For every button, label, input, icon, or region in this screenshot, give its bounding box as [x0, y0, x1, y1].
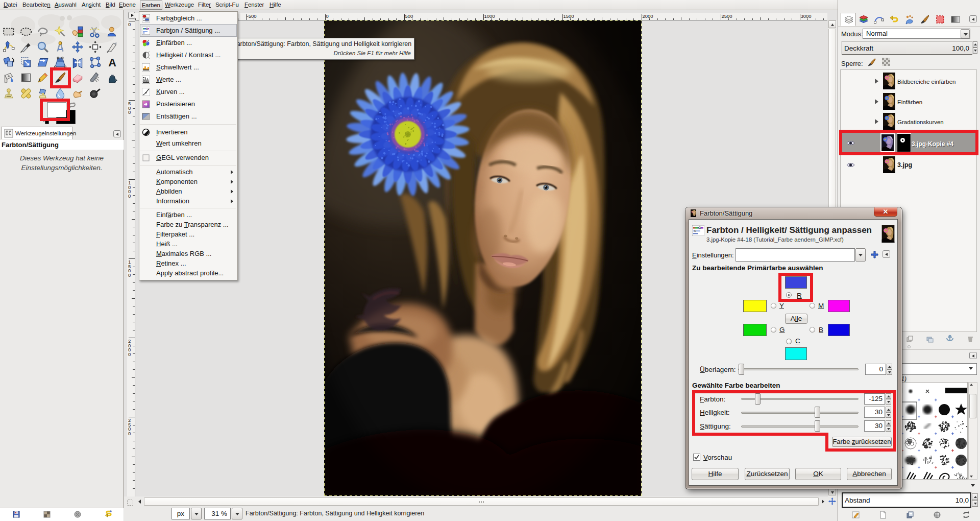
svg-text:A: A — [108, 56, 116, 69]
